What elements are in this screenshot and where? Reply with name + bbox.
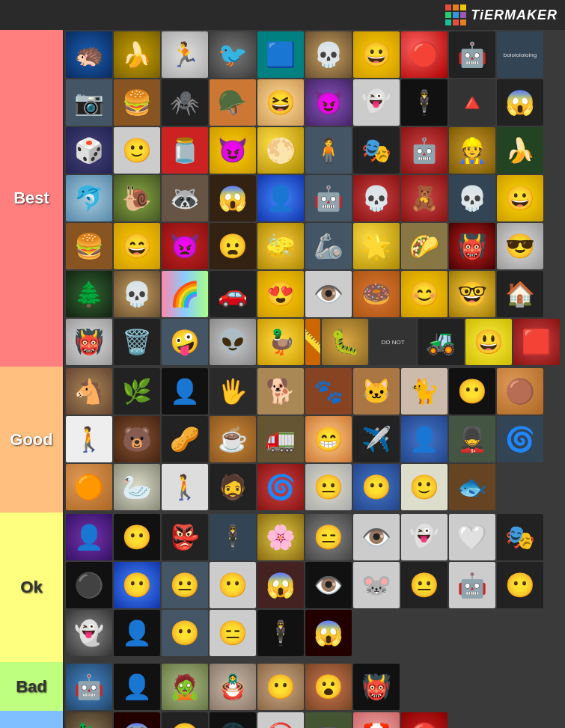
list-item: 🕷️: [162, 79, 208, 126]
list-item: 🪖: [210, 79, 256, 126]
list-item: DO NOT: [370, 319, 416, 365]
list-item: 😃: [465, 319, 512, 365]
list-item: 😈: [305, 79, 352, 126]
list-item: 😍: [257, 271, 304, 317]
tier-row-bad: Bad 🤖 👤 🧟 🪆 😶 😮 👹: [0, 662, 565, 711]
list-item: 👤: [257, 175, 304, 221]
list-item: 👽: [210, 319, 256, 365]
list-item: 🐱: [353, 368, 400, 415]
tier-label-worst: Worst: [0, 711, 63, 728]
list-item: 💀: [305, 31, 352, 78]
list-item: 🔺: [449, 79, 495, 126]
list-item: 🪆: [210, 664, 256, 710]
list-item: 🟥: [513, 319, 560, 365]
tier-row-worst: Worst 🦎 😨 😬 🌑 🚫 🎮 🤡 🔴: [0, 711, 565, 728]
list-item: 🧍: [305, 127, 352, 174]
tier-label-ok: Ok: [0, 513, 63, 662]
list-item: 🐕: [257, 368, 304, 415]
list-item: ⚫: [66, 562, 112, 608]
list-item: 🐻: [114, 416, 160, 462]
list-item: 🦎: [66, 712, 112, 728]
list-item: 🧸: [401, 175, 448, 221]
list-item: 👤: [114, 664, 160, 710]
list-item: 🤓: [449, 271, 495, 317]
tier-label-good: Good: [0, 367, 63, 513]
list-item: 👁️: [305, 562, 352, 608]
tier-row-good: Good 🐴 🌿 👤 🖐️ 🐕 🐾 🐱 🐈 😶 🟤 🚶 🐻 🥜 ☕ 🚛 😁 ✈️…: [0, 367, 565, 513]
tier-row-ok: Ok 👤 😶 👺 🕴️ 🌸 😑 👁️ 👻 🤍 🎭 ⚫ 😶 😐 😶 😱 👁️ 🐭 …: [0, 513, 565, 662]
list-item: ☕: [210, 416, 256, 462]
tiermaker-logo: TiERMAKER: [445, 4, 558, 25]
list-item: 😮: [305, 664, 352, 710]
list-item: 😬: [162, 712, 208, 728]
list-item: 👁️: [305, 271, 352, 317]
list-item: 🤪: [162, 319, 208, 365]
list-item: 🌮: [401, 223, 448, 269]
tier-content-bad: 🤖 👤 🧟 🪆 😶 😮 👹: [63, 662, 565, 711]
list-item: 👹: [66, 319, 112, 365]
list-item: 😶: [257, 664, 304, 710]
list-item: 🚫: [257, 712, 304, 728]
list-item: 🤖: [305, 175, 352, 221]
list-item: 🙂: [114, 127, 160, 174]
list-item: 👹: [449, 223, 495, 269]
list-item: 💂: [449, 416, 495, 462]
list-item: 👷: [449, 127, 495, 174]
list-item: 🐬: [66, 175, 112, 221]
list-item: ✈️: [353, 416, 400, 462]
list-item: 📷: [66, 79, 112, 126]
list-item: 🧔: [210, 464, 256, 510]
list-item: 📏: [305, 319, 320, 365]
list-item: 🐭: [353, 562, 400, 608]
list-item: 🦔: [66, 31, 112, 78]
list-item: 🌀: [257, 464, 304, 510]
list-item: 😄: [114, 223, 160, 269]
tier-label-bad: Bad: [0, 662, 63, 711]
list-item: 😦: [210, 223, 256, 269]
list-item: 🎭: [353, 127, 400, 174]
list-item: 🏃: [162, 31, 208, 78]
list-item: 😶: [114, 514, 160, 560]
list-item: 🔴: [401, 31, 448, 78]
list-item: 🌲: [66, 271, 112, 317]
list-item: 🧽: [257, 223, 304, 269]
list-item: 🌑: [210, 712, 256, 728]
list-item: 😑: [210, 610, 256, 656]
list-item: 🟠: [66, 464, 112, 510]
list-item: 🌀: [497, 416, 543, 462]
list-item: 🫙: [162, 127, 208, 174]
list-item: 🦢: [114, 464, 160, 510]
tier-content-worst: 🦎 😨 😬 🌑 🚫 🎮 🤡 🔴: [63, 711, 565, 728]
list-item: boioioioioing: [497, 31, 543, 78]
list-item: 👤: [162, 368, 208, 415]
tier-content-good: 🐴 🌿 👤 🖐️ 🐕 🐾 🐱 🐈 😶 🟤 🚶 🐻 🥜 ☕ 🚛 😁 ✈️ 👤 💂 …: [63, 367, 565, 513]
list-item: 🚗: [210, 271, 256, 317]
list-item: 🐾: [305, 368, 352, 415]
list-item: 🕴️: [401, 79, 448, 126]
list-item: 😎: [497, 223, 543, 269]
list-item: 🤖: [449, 562, 495, 608]
list-item: 🎭: [497, 514, 543, 560]
header: TiERMAKER: [0, 0, 565, 30]
tier-list: TiERMAKER Best 🦔 🍌 🏃 🐦 🟦 💀 😀 🔴 🤖 boioioi…: [0, 0, 565, 728]
list-item: 🤖: [401, 127, 448, 174]
list-item: 👺: [162, 514, 208, 560]
list-item: 😱: [210, 175, 256, 221]
list-item: 🐈: [401, 368, 448, 415]
list-item: 🧟: [162, 664, 208, 710]
list-item: 🤖: [449, 31, 495, 78]
list-item: 🥜: [162, 416, 208, 462]
list-item: 😱: [257, 562, 304, 608]
list-item: 😶: [449, 368, 495, 415]
list-item: 🍌: [114, 31, 160, 78]
list-item: 🍔: [114, 79, 160, 126]
list-item: 👻: [401, 514, 448, 560]
list-item: 🍩: [353, 271, 400, 317]
list-item: 🚜: [418, 319, 464, 365]
list-item: 🤖: [66, 664, 112, 710]
list-item: 🙂: [401, 464, 448, 510]
list-item: 😀: [497, 175, 543, 221]
list-item: 🖐️: [210, 368, 256, 415]
list-item: 🦾: [305, 223, 352, 269]
tier-row-best: Best 🦔 🍌 🏃 🐦 🟦 💀 😀 🔴 🤖 boioioioioing 📷 🍔…: [0, 30, 565, 367]
